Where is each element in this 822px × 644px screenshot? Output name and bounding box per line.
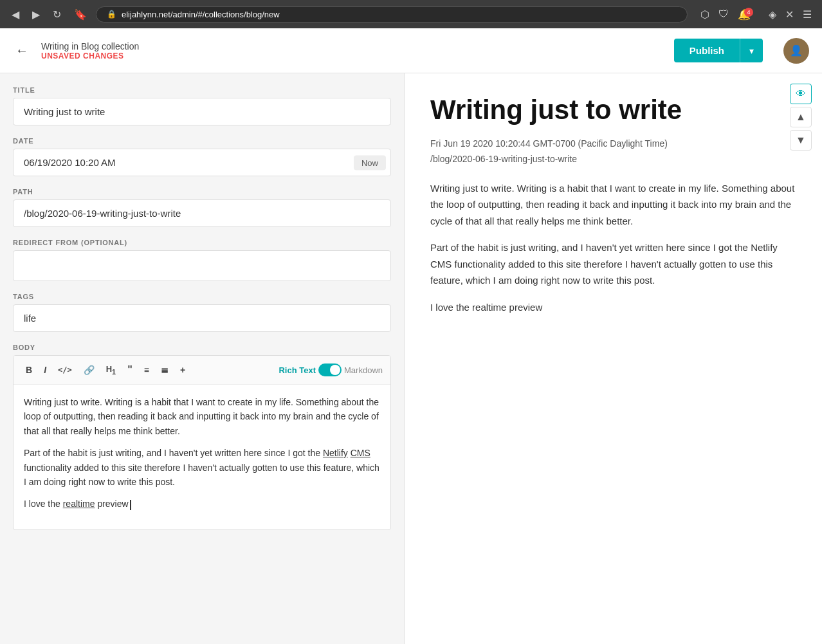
redirect-input[interactable] bbox=[13, 250, 391, 281]
move-down-button[interactable]: ▼ bbox=[790, 130, 812, 151]
quote-button[interactable]: " bbox=[123, 361, 137, 379]
preview-meta: Fri Jun 19 2020 10:20:44 GMT-0700 (Pacif… bbox=[430, 136, 796, 167]
date-label: DATE bbox=[13, 137, 391, 145]
body-field-group: BODY B I </> 🔗 H1 " ≡ ≣ + Rich Text bbox=[13, 344, 391, 530]
preview-title: Writing just to write bbox=[430, 94, 796, 126]
link-button[interactable]: 🔗 bbox=[79, 362, 99, 378]
date-field-group: DATE Now bbox=[13, 137, 391, 176]
bold-button[interactable]: B bbox=[21, 362, 37, 378]
preview-para-1: Writing just to write. Writing is a habi… bbox=[430, 180, 796, 230]
avatar[interactable]: 👤 bbox=[783, 38, 809, 64]
right-panel: 👁 ▲ ▼ Writing just to write Fri Jun 19 2… bbox=[404, 73, 822, 644]
close-icon[interactable]: ✕ bbox=[783, 6, 796, 23]
toggle-track bbox=[318, 363, 342, 376]
body-paragraph-1: Writing just to write. Writing is a habi… bbox=[24, 395, 380, 438]
markdown-label: Markdown bbox=[344, 365, 383, 375]
title-field-group: TITLE bbox=[13, 86, 391, 125]
cms-link[interactable]: CMS bbox=[351, 448, 370, 458]
preview-body: Writing just to write. Writing is a habi… bbox=[430, 180, 796, 316]
publish-dropdown-button[interactable]: ▾ bbox=[740, 39, 763, 62]
tags-label: TAGS bbox=[13, 293, 391, 300]
editor-content-area[interactable]: Writing just to write. Writing is a habi… bbox=[14, 385, 390, 529]
shield-icon[interactable]: 🛡 bbox=[716, 6, 731, 23]
left-panel: TITLE DATE Now PATH REDIRECT FROM (OPTIO… bbox=[0, 73, 404, 644]
text-cursor bbox=[130, 500, 131, 510]
redirect-field-group: REDIRECT FROM (OPTIONAL) bbox=[13, 239, 391, 281]
profile-icon[interactable]: ◈ bbox=[766, 6, 779, 23]
notification-icon[interactable]: 🔔4 bbox=[735, 6, 762, 23]
tags-input[interactable] bbox=[13, 304, 391, 332]
path-label: PATH bbox=[13, 188, 391, 196]
editor-toolbar: B I </> 🔗 H1 " ≡ ≣ + Rich Text Markd bbox=[14, 356, 390, 385]
unordered-list-button[interactable]: ≡ bbox=[140, 362, 154, 378]
move-up-button[interactable]: ▲ bbox=[790, 107, 812, 127]
rich-text-label: Rich Text bbox=[279, 365, 316, 375]
browser-chrome: ◀ ▶ ↻ 🔖 🔒 elijahlynn.net/admin/#/collect… bbox=[0, 0, 822, 28]
url-bar[interactable]: 🔒 elijahlynn.net/admin/#/collections/blo… bbox=[96, 6, 688, 23]
body-paragraph-2: Part of the habit is just writing, and I… bbox=[24, 446, 380, 489]
ordered-list-button[interactable]: ≣ bbox=[156, 362, 173, 378]
browser-actions: ⬡ 🛡 🔔4 ◈ ✕ ☰ bbox=[698, 6, 814, 23]
lock-icon: 🔒 bbox=[107, 10, 116, 19]
realtime-link: realtime bbox=[63, 499, 95, 509]
more-button[interactable]: + bbox=[176, 362, 190, 378]
app-header: ← Writing in Blog collection UNSAVED CHA… bbox=[0, 28, 822, 73]
preview-para-2: Part of the habit is just writing, and I… bbox=[430, 239, 796, 289]
toggle-knob bbox=[330, 365, 340, 375]
preview-para-3: I love the realtime preview bbox=[430, 299, 796, 316]
preview-actions: 👁 ▲ ▼ bbox=[790, 84, 812, 151]
code-button[interactable]: </> bbox=[53, 362, 77, 378]
main-layout: TITLE DATE Now PATH REDIRECT FROM (OPTIO… bbox=[0, 73, 822, 644]
title-input[interactable] bbox=[13, 98, 391, 125]
body-label: BODY bbox=[13, 344, 391, 351]
back-button[interactable]: ← bbox=[13, 41, 31, 60]
nav-back-button[interactable]: ◀ bbox=[8, 6, 23, 23]
collection-name: Writing in Blog collection bbox=[41, 41, 664, 51]
date-input[interactable] bbox=[13, 149, 391, 176]
publish-button[interactable]: Publish bbox=[674, 39, 740, 62]
path-input[interactable] bbox=[13, 199, 391, 227]
netlify-link[interactable]: Netlify bbox=[323, 448, 348, 458]
menu-icon[interactable]: ☰ bbox=[800, 6, 814, 23]
body-editor: B I </> 🔗 H1 " ≡ ≣ + Rich Text Markd bbox=[13, 355, 391, 530]
nav-refresh-button[interactable]: ↻ bbox=[49, 6, 65, 23]
unsaved-changes-label: UNSAVED CHANGES bbox=[41, 51, 664, 60]
external-link-icon[interactable]: ⬡ bbox=[698, 6, 712, 23]
redirect-label: REDIRECT FROM (OPTIONAL) bbox=[13, 239, 391, 246]
preview-date: Fri Jun 19 2020 10:20:44 GMT-0700 (Pacif… bbox=[430, 136, 796, 152]
body-paragraph-3: I love the realtime preview bbox=[24, 497, 380, 511]
heading-button[interactable]: H1 bbox=[102, 361, 120, 379]
header-title-area: Writing in Blog collection UNSAVED CHANG… bbox=[41, 41, 664, 60]
preview-path: /blog/2020-06-19-writing-just-to-write bbox=[430, 152, 796, 167]
nav-bookmark-button[interactable]: 🔖 bbox=[70, 6, 91, 23]
path-field-group: PATH bbox=[13, 188, 391, 227]
rich-text-toggle[interactable] bbox=[318, 363, 342, 376]
now-button[interactable]: Now bbox=[354, 155, 386, 170]
nav-forward-button[interactable]: ▶ bbox=[28, 6, 44, 23]
date-field-wrapper: Now bbox=[13, 149, 391, 176]
notification-badge: 4 bbox=[744, 8, 753, 17]
url-text: elijahlynn.net/admin/#/collections/blog/… bbox=[122, 10, 280, 19]
tags-field-group: TAGS bbox=[13, 293, 391, 332]
eye-button[interactable]: 👁 bbox=[790, 84, 812, 104]
title-label: TITLE bbox=[13, 86, 391, 94]
publish-button-group: Publish ▾ bbox=[674, 39, 763, 62]
italic-button[interactable]: I bbox=[39, 362, 51, 378]
